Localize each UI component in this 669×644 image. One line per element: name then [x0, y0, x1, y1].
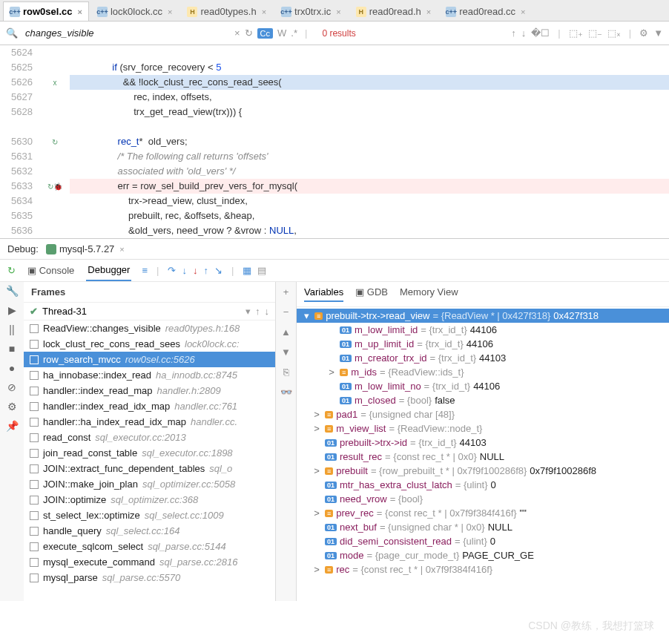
code-editor[interactable]: 5624562556265627562856305631563256335634… [0, 45, 669, 238]
up-icon[interactable]: ▲ [281, 326, 291, 338]
debugger-tab[interactable]: Debugger [86, 260, 131, 281]
run-config[interactable]: mysql-5.7.27 × [46, 243, 125, 254]
add-watch-icon[interactable]: + [283, 286, 289, 298]
code-content[interactable]: if (srv_force_recovery < 5 && !lock_clus… [70, 45, 669, 238]
step-into-icon[interactable]: ↓ [182, 265, 187, 276]
settings-wrench-icon[interactable]: 🔧 [6, 285, 19, 297]
force-step-icon[interactable]: ↓ [193, 265, 198, 276]
view-breakpoints-icon[interactable]: ● [9, 362, 15, 374]
variables-list[interactable]: ▾≡ prebuilt->trx->read_view = {ReadView … [297, 307, 669, 601]
select-all-icon[interactable]: �☐ [531, 27, 550, 39]
match-case-toggle[interactable]: Cc [257, 28, 273, 39]
evaluate-icon[interactable]: ▦ [243, 265, 251, 276]
prev-result-icon[interactable]: ↑ [511, 27, 516, 39]
variable-row[interactable]: ▾≡ prebuilt->trx->read_view = {ReadView … [297, 309, 669, 323]
stack-frame[interactable]: join_read_const_table sql_executor.cc:18… [24, 445, 275, 461]
editor-tab[interactable]: c++read0read.cc× [439, 1, 532, 21]
expand-icon[interactable]: > [312, 423, 322, 434]
stack-frame[interactable]: mysql_execute_command sql_parse.cc:2816 [24, 554, 275, 570]
next-result-icon[interactable]: ↓ [521, 27, 527, 39]
console-tab[interactable]: ▣ Console [26, 260, 76, 280]
stack-frame[interactable]: JOIN::extract_func_dependent_tables sql_… [24, 461, 275, 476]
variable-row[interactable]: 01 m_closed = {bool} false [297, 393, 669, 407]
refresh-icon[interactable]: ↻ [245, 27, 253, 39]
editor-tab[interactable]: Hread0read.h× [349, 1, 438, 21]
step-over-icon[interactable]: ↷ [168, 265, 176, 276]
close-tab-icon[interactable]: × [521, 7, 525, 16]
words-toggle[interactable]: W [277, 27, 286, 39]
memory-tab[interactable]: Memory View [400, 286, 458, 302]
stack-frame[interactable]: handler::index_read_idx_map handler.cc:7… [24, 398, 275, 414]
filter-icon[interactable]: ▼ [653, 27, 663, 39]
editor-tab[interactable]: c++row0sel.cc× [3, 1, 89, 21]
variable-row[interactable]: 01 m_low_limit_id = {trx_id_t} 44106 [297, 323, 669, 337]
close-tab-icon[interactable]: × [78, 7, 82, 16]
editor-tab[interactable]: c++trx0trx.ic× [274, 1, 348, 21]
stack-frame[interactable]: mysql_parse sql_parse.cc:5570 [24, 570, 275, 585]
variable-row[interactable]: 01 did_semi_consistent_read = {ulint} 0 [297, 534, 669, 548]
editor-tab[interactable]: Hread0types.h× [180, 1, 273, 21]
expand-icon[interactable]: ▾ [301, 310, 312, 321]
stack-frame[interactable]: st_select_lex::optimize sql_select.cc:10… [24, 507, 275, 523]
variable-row[interactable]: 01 m_creator_trx_id = {trx_id_t} 44103 [297, 351, 669, 365]
variable-row[interactable]: 01 need_vrow = {bool} [297, 492, 669, 506]
regex-toggle[interactable]: .* [291, 27, 297, 39]
gdb-tab[interactable]: ▣ GDB [355, 286, 388, 302]
thread-input[interactable] [42, 306, 241, 317]
thread-selector[interactable]: ✔ ▾ ↑ ↓ [24, 303, 275, 321]
close-tab-icon[interactable]: × [168, 7, 172, 16]
variable-row[interactable]: >≡ m_view_list = {ReadView::node_t} [297, 421, 669, 436]
remove-watch-icon[interactable]: − [283, 306, 289, 318]
pause-icon[interactable]: || [9, 323, 14, 335]
close-icon[interactable]: × [119, 245, 124, 254]
rerun-icon[interactable]: ↻ [7, 265, 16, 276]
stack-frame[interactable]: row_search_mvcc row0sel.cc:5626 [24, 352, 275, 367]
variable-row[interactable]: 01 mode = {page_cur_mode_t} PAGE_CUR_GE [297, 548, 669, 562]
variable-row[interactable]: >≡ prev_rec = {const rec_t * | 0x7f9f384… [297, 506, 669, 520]
stop-icon[interactable]: ■ [9, 343, 15, 355]
close-tab-icon[interactable]: × [426, 7, 431, 16]
expand-icon[interactable]: > [312, 564, 322, 575]
expand-icon[interactable]: > [312, 409, 322, 420]
expand-icon[interactable]: > [326, 367, 337, 378]
frames-list[interactable]: ReadView::changes_visible read0types.h:1… [24, 321, 275, 601]
resume-icon[interactable]: ▶ [8, 304, 16, 316]
variable-row[interactable]: 01 m_low_limit_no = {trx_id_t} 44106 [297, 379, 669, 393]
variable-row[interactable]: >≡ rec = {const rec_t * | 0x7f9f384f416f… [297, 562, 669, 576]
variable-row[interactable]: 01 prebuilt->trx->id = {trx_id_t} 44103 [297, 436, 669, 450]
stack-frame[interactable]: JOIN::optimize sql_optimizer.cc:368 [24, 492, 275, 507]
copy-icon[interactable]: ⎘ [283, 367, 289, 378]
down-icon[interactable]: ▼ [281, 346, 291, 358]
step-out-icon[interactable]: ↑ [203, 265, 208, 276]
stack-frame[interactable]: handler::index_read_map handler.h:2809 [24, 383, 275, 398]
close-tab-icon[interactable]: × [336, 7, 340, 16]
next-frame-icon[interactable]: ↓ [265, 306, 270, 317]
gear-icon[interactable]: ⚙ [7, 401, 17, 413]
show-exec-icon[interactable]: ≡ [142, 265, 148, 276]
settings-icon[interactable]: ⚙ [639, 27, 648, 39]
variable-row[interactable]: 01 m_up_limit_id = {trx_id_t} 44106 [297, 337, 669, 351]
stack-frame[interactable]: JOIN::make_join_plan sql_optimizer.cc:50… [24, 476, 275, 492]
stack-frame[interactable]: ReadView::changes_visible read0types.h:1… [24, 321, 275, 336]
variable-row[interactable]: >≡ m_ids = {ReadView::ids_t} [297, 365, 669, 379]
close-tab-icon[interactable]: × [262, 7, 266, 16]
mute-breakpoints-icon[interactable]: ⊘ [7, 381, 16, 393]
prev-frame-icon[interactable]: ↑ [255, 306, 260, 317]
expand-icon[interactable]: > [312, 507, 322, 519]
variable-row[interactable]: 01 next_buf = {unsigned char * | 0x0} NU… [297, 520, 669, 534]
editor-tab[interactable]: c++lock0lock.cc× [90, 1, 179, 21]
variables-tab[interactable]: Variables [304, 286, 343, 302]
stack-frame[interactable]: read_const sql_executor.cc:2013 [24, 430, 275, 445]
stack-frame[interactable]: execute_sqlcom_select sql_parse.cc:5144 [24, 539, 275, 554]
search-input[interactable] [22, 24, 230, 42]
run-to-cursor-icon[interactable]: ↘ [214, 265, 223, 276]
stack-frame[interactable]: ha_innobase::index_read ha_innodb.cc:874… [24, 367, 275, 383]
variable-row[interactable]: 01 mtr_has_extra_clust_latch = {ulint} 0 [297, 478, 669, 492]
pin-icon[interactable]: 📌 [6, 420, 19, 432]
variable-row[interactable]: >≡ pad1 = {unsigned char [48]} [297, 407, 669, 421]
expand-icon[interactable]: > [312, 465, 322, 476]
more-icon[interactable]: ▤ [257, 265, 266, 276]
glasses-icon[interactable]: 👓 [280, 387, 292, 398]
dropdown-icon[interactable]: ▾ [245, 306, 251, 317]
stack-frame[interactable]: lock_clust_rec_cons_read_sees lock0lock.… [24, 336, 275, 352]
